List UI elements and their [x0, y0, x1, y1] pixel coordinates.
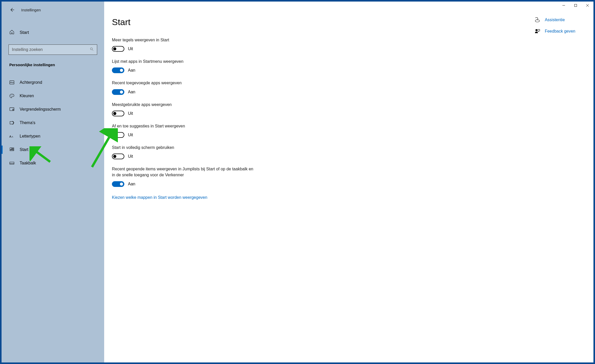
svg-point-21 — [537, 20, 537, 20]
toggle-state-label: Uit — [128, 47, 133, 51]
sidebar-item-label: Thema's — [20, 120, 35, 125]
setting-group: Lijst met apps in Startmenu weergevenAan — [112, 58, 272, 73]
theme-icon — [9, 120, 14, 125]
setting-label: Recent toegevoegde apps weergeven — [112, 80, 257, 86]
setting-label: Lijst met apps in Startmenu weergeven — [112, 58, 257, 64]
taskbar-icon — [9, 161, 14, 166]
home-label: Start — [20, 30, 29, 35]
sidebar-item-vergrendelingsscherm[interactable]: Vergrendelingsscherm — [2, 103, 104, 116]
svg-rect-18 — [10, 150, 14, 151]
category-title: Persoonlijke instellingen — [9, 63, 104, 67]
help-icon — [535, 17, 540, 23]
sidebar-item-taakbalk[interactable]: Taakbalk — [2, 156, 104, 170]
sidebar-item-label: Achtergrond — [20, 80, 42, 85]
sidebar-item-start[interactable]: Start — [2, 143, 104, 156]
svg-point-8 — [11, 95, 12, 95]
home-icon — [9, 29, 14, 36]
sidebar-item-label: Kleuren — [20, 94, 34, 98]
window-title: Instellingen — [21, 8, 41, 12]
sidebar-item-label: Taakbalk — [20, 161, 36, 165]
svg-text:A: A — [12, 135, 13, 138]
toggle-switch[interactable] — [112, 46, 124, 52]
font-icon: AA — [9, 134, 14, 139]
toggle-state-label: Uit — [128, 133, 133, 137]
setting-label: Meestgebruikte apps weergeven — [112, 102, 257, 108]
search-input[interactable] — [12, 47, 90, 52]
sidebar-item-label: Start — [20, 147, 28, 152]
start-icon — [9, 147, 14, 152]
svg-rect-1 — [575, 4, 577, 7]
setting-group: Start in volledig scherm gebruikenUit — [112, 145, 272, 159]
toggle-switch[interactable] — [112, 181, 124, 187]
setting-group: Recent geopende items weergeven in Jumpl… — [112, 166, 272, 187]
sidebar-item-themas[interactable]: Thema's — [2, 116, 104, 130]
minimize-button[interactable] — [558, 2, 570, 9]
svg-rect-6 — [10, 81, 14, 84]
svg-line-5 — [92, 50, 93, 51]
page-title: Start — [112, 17, 272, 27]
aside-feedback[interactable]: Feedback geven — [535, 28, 575, 34]
content-column: Start Meer tegels weergeven in StartUitL… — [112, 17, 272, 355]
setting-label: Recent geopende items weergeven in Jumpl… — [112, 166, 257, 178]
aside-label: Assistentie — [545, 18, 565, 22]
svg-point-9 — [13, 95, 13, 95]
setting-group: Meer tegels weergeven in StartUit — [112, 37, 272, 52]
toggle-switch[interactable] — [112, 67, 124, 73]
setting-group: Recent toegevoegde apps weergevenAan — [112, 80, 272, 95]
nav-list: Achtergrond Kleuren Vergrendelingsscherm… — [2, 76, 104, 170]
window-controls — [558, 2, 593, 9]
toggle-row: Aan — [112, 181, 272, 187]
folders-link[interactable]: Kiezen welke mappen in Start worden weer… — [112, 195, 207, 200]
toggle-row: Uit — [112, 46, 272, 52]
palette-icon — [9, 93, 14, 98]
toggle-row: Aan — [112, 67, 272, 73]
main-content: Start Meer tegels weergeven in StartUitL… — [104, 2, 593, 362]
svg-rect-12 — [10, 122, 13, 124]
sidebar: Instellingen Start Persoonlijke instelli… — [2, 2, 104, 362]
image-icon — [9, 80, 14, 85]
toggle-switch[interactable] — [112, 154, 124, 159]
aside-column: Assistentie Feedback geven — [535, 17, 575, 355]
toggle-row: Uit — [112, 132, 272, 138]
toggle-state-label: Aan — [128, 68, 135, 73]
toggle-switch[interactable] — [112, 111, 124, 116]
toggle-row: Uit — [112, 111, 272, 116]
toggle-switch[interactable] — [112, 89, 124, 95]
sidebar-item-label: Vergrendelingsscherm — [20, 107, 61, 112]
setting-group: Af en toe suggesties in Start weergevenU… — [112, 123, 272, 138]
toggle-row: Uit — [112, 154, 272, 159]
svg-point-23 — [535, 29, 537, 31]
svg-point-4 — [90, 48, 93, 50]
settings-window: Instellingen Start Persoonlijke instelli… — [2, 2, 593, 362]
sidebar-item-lettertypen[interactable]: AA Lettertypen — [2, 130, 104, 143]
feedback-icon — [535, 28, 540, 34]
setting-label: Af en toe suggesties in Start weergeven — [112, 123, 257, 129]
sidebar-item-achtergrond[interactable]: Achtergrond — [2, 76, 104, 89]
maximize-button[interactable] — [570, 2, 582, 9]
svg-point-7 — [11, 95, 11, 96]
aside-label: Feedback geven — [545, 29, 575, 34]
aside-assistentie[interactable]: Assistentie — [535, 17, 575, 23]
svg-rect-16 — [12, 148, 14, 149]
toggle-row: Aan — [112, 89, 272, 95]
home-button[interactable]: Start — [2, 27, 104, 38]
svg-rect-15 — [10, 148, 12, 150]
close-button[interactable] — [582, 2, 593, 9]
toggle-state-label: Uit — [128, 154, 133, 159]
sidebar-item-kleuren[interactable]: Kleuren — [2, 89, 104, 103]
lock-screen-icon — [9, 107, 14, 112]
back-button[interactable] — [9, 7, 14, 12]
svg-text:A: A — [9, 135, 11, 138]
svg-rect-19 — [10, 162, 14, 164]
search-box[interactable] — [9, 44, 97, 55]
toggle-state-label: Aan — [128, 90, 135, 94]
svg-rect-11 — [13, 109, 14, 110]
toggle-switch[interactable] — [112, 132, 124, 138]
sidebar-header: Instellingen — [2, 5, 104, 15]
search-icon — [90, 47, 94, 52]
toggle-state-label: Aan — [128, 182, 135, 186]
setting-label: Start in volledig scherm gebruiken — [112, 145, 257, 150]
setting-group: Meestgebruikte apps weergevenUit — [112, 102, 272, 116]
sidebar-item-label: Lettertypen — [20, 134, 40, 139]
toggle-state-label: Uit — [128, 111, 133, 116]
